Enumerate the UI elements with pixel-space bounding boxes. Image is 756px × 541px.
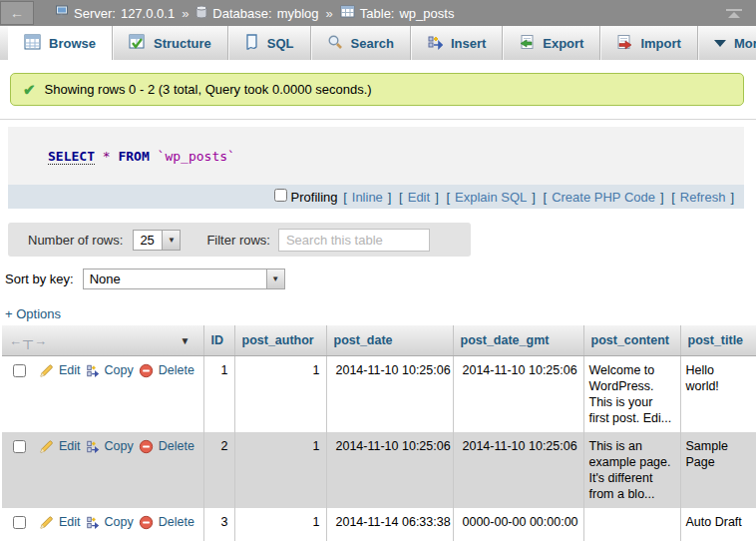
tab-browse[interactable]: Browse [8, 26, 113, 60]
breadcrumb-table-label: Table: [360, 6, 395, 21]
table-row: Edit Copy Delete 2 1 2014-11-10 10:25:06… [2, 432, 756, 508]
tab-more[interactable]: More [698, 26, 756, 60]
row-edit-link[interactable]: Edit [59, 438, 81, 454]
check-icon: ✔ [23, 82, 36, 97]
sql-query-text: SELECT * FROM `wp_posts` [8, 127, 744, 185]
action-position-toggle-icon[interactable]: ←┬→ [9, 332, 48, 348]
row-copy-link[interactable]: Copy [105, 362, 134, 378]
tab-export-label: Export [543, 36, 583, 51]
tab-search-label: Search [351, 36, 394, 51]
bracket: [ [544, 190, 548, 205]
rows-controls-bar: Number of rows: 25 Filter rows: [8, 223, 471, 257]
tab-import[interactable]: Import [600, 26, 697, 60]
filter-rows-label: Filter rows: [206, 233, 270, 248]
column-header-post-author[interactable]: post_author [234, 325, 326, 356]
row-copy-link[interactable]: Copy [105, 438, 134, 454]
row-edit-link[interactable]: Edit [59, 362, 81, 378]
with-selected-caret-icon[interactable]: ▼ [181, 335, 197, 346]
delete-icon[interactable] [139, 515, 154, 530]
tab-structure-label: Structure [154, 36, 211, 51]
sql-keyword-select[interactable]: SELECT [48, 149, 95, 165]
import-icon [616, 34, 632, 53]
column-header-id[interactable]: ID [203, 325, 234, 356]
breadcrumb-database-link[interactable]: myblog [277, 6, 319, 21]
edit-pencil-icon[interactable] [39, 363, 54, 378]
server-icon [54, 5, 69, 22]
query-link-edit[interactable]: Edit [408, 190, 430, 205]
row-copy-link[interactable]: Copy [105, 514, 134, 530]
breadcrumb-server-link[interactable]: 127.0.0.1 [121, 6, 175, 21]
cell-post-date-gmt: 2014-11-10 10:25:06 [453, 432, 583, 508]
cell-post-date: 2014-11-14 06:33:38 [326, 508, 453, 541]
tab-bar: Browse Structure SQL Search Insert Expor… [0, 26, 756, 60]
column-header-post-date[interactable]: post_date [326, 325, 453, 356]
status-message-text: Showing rows 0 - 2 (3 total, Query took … [45, 82, 372, 97]
sort-key-select[interactable]: None [83, 269, 285, 289]
sort-key-select-wrap: None [83, 269, 285, 289]
row-edit-link[interactable]: Edit [59, 514, 81, 530]
bracket: ] [660, 190, 664, 205]
collapse-icon[interactable] [726, 9, 742, 18]
database-icon [195, 5, 207, 22]
copy-row-icon[interactable] [86, 363, 100, 378]
cell-post-title: Hello world! [680, 356, 756, 433]
breadcrumb-table-link[interactable]: wp_posts [399, 6, 454, 21]
row-select-checkbox[interactable] [13, 440, 26, 453]
table-row: Edit Copy Delete 1 1 2014-11-10 10:25:06… [2, 356, 756, 433]
row-select-checkbox[interactable] [13, 364, 26, 377]
tab-structure[interactable]: Structure [113, 26, 228, 60]
query-link-inline[interactable]: Inline [352, 190, 383, 205]
cell-post-author: 1 [234, 432, 326, 508]
tab-search[interactable]: Search [311, 26, 411, 60]
sql-star: * [103, 149, 111, 164]
chevron-down-icon [714, 40, 726, 47]
query-link-refresh[interactable]: Refresh [680, 190, 726, 205]
delete-icon[interactable] [139, 363, 154, 378]
profiling-checkbox[interactable] [274, 189, 287, 202]
cell-post-content [583, 508, 680, 541]
cell-post-content: Welcome to WordPress. This is your first… [583, 356, 680, 433]
actions-header: ←┬→ ▼ [2, 325, 203, 356]
column-header-post-content[interactable]: post_content [583, 325, 680, 356]
cell-id: 3 [203, 508, 234, 541]
results-table: ←┬→ ▼ ID post_author post_date post_date… [2, 325, 756, 541]
search-icon [327, 34, 343, 53]
delete-icon[interactable] [139, 439, 154, 454]
row-delete-link[interactable]: Delete [159, 362, 194, 378]
row-select-checkbox[interactable] [13, 516, 26, 529]
structure-icon [129, 34, 146, 53]
cell-post-author: 1 [234, 508, 326, 541]
options-toggle-link[interactable]: + Options [5, 306, 61, 321]
tab-insert[interactable]: Insert [411, 26, 503, 60]
row-delete-link[interactable]: Delete [159, 438, 194, 454]
cell-post-date: 2014-11-10 10:25:06 [326, 356, 453, 433]
bracket: [ [446, 190, 450, 205]
filter-rows-input[interactable] [278, 229, 430, 252]
breadcrumb-database-label: Database: [212, 6, 271, 21]
divider [0, 119, 756, 120]
query-link-explain-sql[interactable]: Explain SQL [455, 190, 527, 205]
rows-per-page-select[interactable]: 25 [133, 230, 181, 251]
browse-icon [24, 34, 41, 53]
nav-back-button[interactable]: ← [0, 1, 34, 25]
query-link-create-php-code[interactable]: Create PHP Code [552, 190, 655, 205]
copy-row-icon[interactable] [86, 515, 100, 530]
cell-id: 1 [203, 356, 234, 433]
breadcrumb-separator: » [326, 6, 333, 21]
column-header-post-title[interactable]: post_title [680, 325, 756, 356]
tab-export[interactable]: Export [503, 26, 600, 60]
status-message: ✔ Showing rows 0 - 2 (3 total, Query too… [10, 73, 744, 106]
bracket: [ [671, 190, 675, 205]
tab-sql[interactable]: SQL [228, 26, 311, 60]
bracket: [ [399, 190, 403, 205]
copy-row-icon[interactable] [86, 439, 100, 454]
edit-pencil-icon[interactable] [39, 439, 54, 454]
edit-pencil-icon[interactable] [39, 515, 54, 530]
tab-browse-label: Browse [49, 36, 96, 51]
sql-keyword-from: FROM [118, 149, 149, 164]
column-header-post-date-gmt[interactable]: post_date_gmt [453, 325, 583, 356]
rows-per-page-select-wrap: 25 [133, 230, 181, 251]
row-delete-link[interactable]: Delete [159, 514, 194, 530]
sql-table-identifier: `wp_posts` [158, 149, 235, 164]
breadcrumb-bar: ← Server: 127.0.0.1 » Database: myblog »… [0, 0, 756, 26]
